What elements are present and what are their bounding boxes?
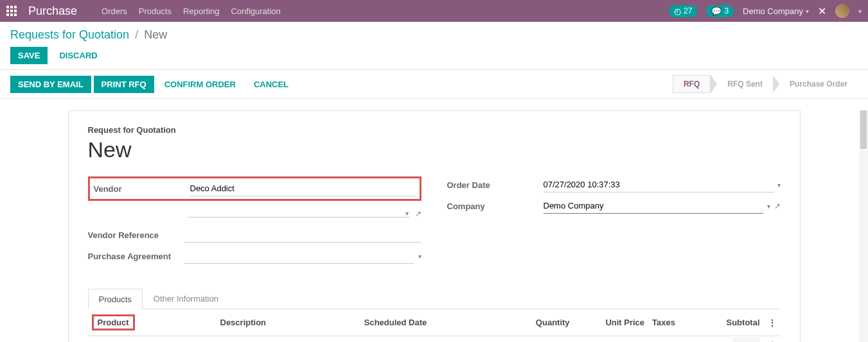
breadcrumb-current: New — [144, 28, 167, 41]
agreement-caret-icon[interactable]: ▾ — [418, 253, 421, 260]
cancel-button[interactable]: Cancel — [246, 76, 296, 93]
top-navbar: Purchase Orders Products Reporting Confi… — [0, 0, 868, 22]
timer-badge[interactable]: ◴ 27 — [669, 5, 697, 17]
order-date-input[interactable] — [544, 177, 774, 192]
vendor-ref-input[interactable] — [184, 227, 421, 243]
close-icon[interactable]: ✕ — [818, 5, 826, 17]
clock-icon: ◴ — [674, 6, 681, 16]
col-unit-price: Unit Price — [574, 309, 649, 336]
status-rfq-sent[interactable]: RFQ Sent — [717, 76, 773, 92]
status-purchase-order[interactable]: Purchase Order — [779, 76, 858, 92]
purchase-agreement-input[interactable] — [184, 248, 414, 264]
print-rfq-button[interactable]: Print RFQ — [94, 76, 154, 93]
company-external-link-icon[interactable]: ↗ — [774, 201, 781, 210]
col-scheduled-date: Scheduled Date — [360, 309, 507, 336]
form-title: New — [88, 137, 781, 162]
breadcrumb-root[interactable]: Requests for Quotation — [10, 28, 129, 41]
company-input[interactable] — [544, 198, 763, 214]
cell-unit-price[interactable]: 0.00 — [574, 336, 649, 343]
arrow-icon — [711, 75, 717, 93]
nav-orders[interactable]: Orders — [102, 6, 127, 16]
col-description: Description — [217, 309, 360, 336]
company-label: Company — [447, 201, 544, 211]
purchase-agreement-label: Purchase Agreement — [88, 252, 184, 261]
form-sheet: Request for Quotation New Vendor ▾ ↗ — [68, 110, 801, 342]
company-caret-icon[interactable]: ▾ — [767, 203, 770, 210]
status-rfq[interactable]: RFQ — [673, 75, 711, 93]
messages-count: 3 — [724, 6, 729, 15]
chat-icon: 💬 — [711, 6, 722, 16]
tab-other-information[interactable]: Other Information — [143, 288, 229, 309]
vendor-row-highlight: Vendor — [88, 176, 421, 201]
cell-quantity[interactable]: 1.000 — [507, 336, 574, 343]
vendor-label: Vendor — [94, 184, 190, 194]
app-name: Purchase — [28, 4, 77, 18]
confirm-order-button[interactable]: Confirm Order — [157, 76, 244, 93]
scrollbar[interactable] — [859, 110, 868, 342]
caret-down-icon: ▾ — [806, 8, 809, 15]
col-subtotal: Subtotal — [698, 309, 764, 336]
save-button[interactable]: Save — [10, 47, 48, 64]
order-date-caret-icon[interactable]: ▾ — [777, 182, 781, 189]
discard-button[interactable]: Discard — [51, 47, 105, 64]
control-panel: Requests for Quotation / New Save Discar… — [0, 22, 868, 70]
tabs: Products Other Information — [88, 288, 781, 309]
apps-icon[interactable] — [6, 6, 17, 16]
messages-badge[interactable]: 💬 3 — [706, 5, 734, 17]
cell-description[interactable]: [CONS_25630] Screw — [217, 336, 360, 343]
col-quantity: Quantity — [507, 309, 574, 336]
statusbar: Send by Email Print RFQ Confirm Order Ca… — [0, 70, 868, 99]
send-email-button[interactable]: Send by Email — [10, 76, 91, 93]
col-product: Product — [88, 309, 217, 336]
tab-products[interactable]: Products — [88, 289, 143, 309]
timer-count: 27 — [684, 6, 692, 15]
cell-subtotal: 0.00 — [733, 338, 759, 342]
vendor-input[interactable] — [190, 181, 416, 196]
breadcrumb: Requests for Quotation / New — [10, 28, 858, 42]
col-taxes: Taxes — [648, 309, 698, 336]
products-table: Product Description Scheduled Date Quant… — [88, 309, 781, 342]
nav-reporting[interactable]: Reporting — [183, 6, 219, 16]
vendor-caret-icon[interactable]: ▾ — [405, 210, 409, 217]
nav-configuration[interactable]: Configuration — [231, 6, 280, 16]
company-selector[interactable]: Demo Company ▾ — [743, 6, 809, 16]
arrow-icon — [773, 75, 779, 93]
vendor-ref-label: Vendor Reference — [88, 230, 184, 240]
vendor-external-link-icon[interactable]: ↗ — [415, 209, 421, 218]
order-date-label: Order Date — [447, 180, 544, 190]
avatar[interactable] — [835, 4, 849, 18]
user-caret-icon: ▾ — [858, 8, 862, 15]
table-row[interactable]: [CONS_25630] Screw ▾ ↗ [CONS_25630] Scre… — [88, 336, 781, 343]
kebab-icon[interactable]: ⋮ — [768, 318, 777, 328]
form-subtitle: Request for Quotation — [88, 125, 781, 135]
nav-products[interactable]: Products — [139, 6, 172, 16]
nav-menu: Orders Products Reporting Configuration — [102, 6, 281, 16]
